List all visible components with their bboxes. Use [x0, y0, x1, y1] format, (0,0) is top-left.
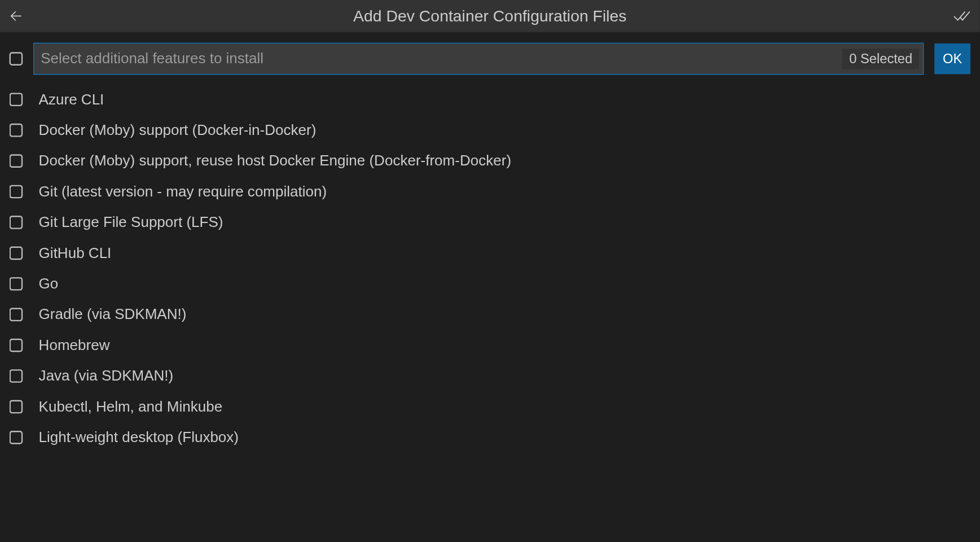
feature-label: Homebrew	[39, 336, 110, 354]
list-item[interactable]: GitHub CLI	[10, 238, 971, 268]
feature-checkbox[interactable]	[10, 124, 23, 137]
list-item[interactable]: Java (via SDKMAN!)	[10, 361, 971, 391]
feature-checkbox[interactable]	[10, 339, 23, 352]
arrow-left-icon	[8, 8, 23, 23]
feature-checkbox[interactable]	[10, 93, 23, 106]
select-all-checkbox[interactable]	[10, 52, 23, 65]
list-item[interactable]: Docker (Moby) support, reuse host Docker…	[10, 146, 971, 176]
list-item[interactable]: Gradle (via SDKMAN!)	[10, 299, 971, 330]
page-title: Add Dev Container Configuration Files	[353, 7, 626, 25]
list-item[interactable]: Kubectl, Helm, and Minkube	[10, 391, 971, 422]
feature-label: GitHub CLI	[39, 244, 112, 262]
feature-label: Git Large File Support (LFS)	[39, 214, 223, 231]
ok-button[interactable]: OK	[934, 43, 970, 74]
search-input[interactable]	[41, 50, 837, 68]
search-box: 0 Selected	[33, 43, 924, 75]
list-item[interactable]: Go	[10, 269, 971, 299]
list-item[interactable]: Homebrew	[10, 330, 971, 360]
search-row: 0 Selected OK	[0, 32, 980, 82]
list-item[interactable]: Git (latest version - may require compil…	[10, 176, 971, 207]
feature-checkbox[interactable]	[10, 369, 23, 383]
feature-checkbox[interactable]	[10, 216, 23, 229]
feature-checkbox[interactable]	[10, 185, 23, 199]
feature-label: Light-weight desktop (Fluxbox)	[39, 429, 239, 446]
feature-checkbox[interactable]	[10, 154, 23, 168]
feature-checkbox[interactable]	[10, 431, 23, 444]
feature-label: Kubectl, Helm, and Minkube	[39, 398, 222, 416]
feature-checkbox[interactable]	[10, 400, 23, 414]
feature-checkbox[interactable]	[10, 277, 23, 291]
confirm-all-button[interactable]	[953, 8, 972, 24]
feature-checkbox[interactable]	[10, 308, 23, 321]
feature-checkbox[interactable]	[10, 247, 23, 260]
list-item[interactable]: Light-weight desktop (Fluxbox)	[10, 422, 971, 453]
feature-label: Docker (Moby) support (Docker-in-Docker)	[39, 121, 317, 139]
feature-label: Git (latest version - may require compil…	[39, 183, 327, 200]
list-item[interactable]: Docker (Moby) support (Docker-in-Docker)	[10, 115, 971, 145]
selected-count-badge: 0 Selected	[843, 49, 919, 69]
feature-label: Docker (Moby) support, reuse host Docker…	[39, 152, 511, 170]
titlebar: Add Dev Container Configuration Files	[0, 0, 980, 32]
back-button[interactable]	[8, 8, 24, 24]
feature-list: Azure CLI Docker (Moby) support (Docker-…	[0, 81, 980, 455]
list-item[interactable]: Git Large File Support (LFS)	[10, 207, 971, 238]
feature-label: Gradle (via SDKMAN!)	[39, 306, 187, 324]
feature-label: Azure CLI	[39, 91, 104, 108]
check-all-icon	[953, 8, 972, 23]
feature-label: Java (via SDKMAN!)	[39, 368, 174, 385]
list-item[interactable]: Azure CLI	[10, 84, 971, 115]
feature-label: Go	[39, 275, 59, 292]
